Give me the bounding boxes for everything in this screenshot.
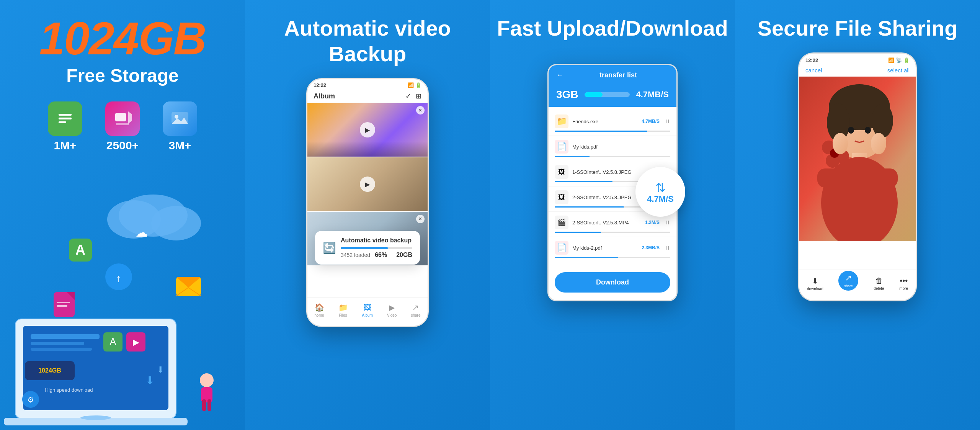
share-tool-icon: ↗: [845, 273, 852, 283]
svg-rect-29: [31, 348, 92, 351]
backup-stats-row: 3452 loaded 66% 20GB: [341, 252, 412, 258]
transfer-item-row: 📄 My kids.pdf: [555, 140, 670, 154]
download-tool-icon: ⬇: [812, 276, 818, 286]
section-backup: Automatic video Backup 12:22 📶 🔋 Album ✓…: [245, 0, 490, 430]
svg-rect-2: [59, 121, 66, 123]
backup-popup: 🔄 Automatic video backup 3452 loaded 66%…: [315, 231, 420, 265]
svg-rect-17: [57, 302, 70, 303]
svg-text:⬇: ⬇: [145, 374, 154, 386]
photo-count: 3M+: [168, 139, 191, 152]
file-speed-1: 4.7MB/S: [642, 119, 660, 124]
icon-item-notes: 1M+: [48, 101, 82, 152]
toolbar-download[interactable]: ⬇ download: [807, 276, 823, 291]
nav-files[interactable]: 📁 Files: [338, 303, 348, 317]
file-name-6: My kids-2.pdf: [572, 245, 638, 251]
file-name-1: Friends.exe: [572, 119, 638, 124]
close-badge-3[interactable]: ✕: [416, 215, 425, 223]
section-storage: 1024GB Free Storage 1M+ 2500+ 3M+: [0, 0, 245, 430]
transfer-size: 3GB: [556, 88, 578, 101]
svg-rect-27: [31, 334, 100, 339]
battery-icon: 🔋: [415, 82, 421, 88]
toolbar-more[interactable]: ••• more: [899, 276, 908, 291]
files-icon: 📁: [338, 303, 348, 312]
nav-home[interactable]: 🏠 home: [315, 303, 324, 317]
svg-rect-0: [59, 114, 72, 116]
nav-files-label: Files: [339, 313, 347, 317]
play-button-1[interactable]: ▶: [360, 122, 375, 137]
delete-tool-icon: 🗑: [875, 276, 883, 285]
svg-point-7: [175, 115, 178, 119]
share-phone-mockup: 12:22 📶 📡 🔋 cancel select all: [798, 52, 917, 301]
file-progress-fill-5: [555, 232, 601, 233]
svg-rect-5: [116, 123, 129, 125]
backup-phone-mockup: 12:22 📶 🔋 Album ✓ ⊞ ▶ ✕ ▶: [306, 78, 429, 327]
file-icon-mp4: 🎬: [555, 216, 568, 229]
svg-rect-3: [115, 113, 126, 121]
transfer-item-row: 📄 My kids-2.pdf 2.3MB/S ⏸: [555, 241, 670, 255]
toolbar-delete[interactable]: 🗑 delete: [874, 276, 884, 291]
file-progress-bar-6: [555, 257, 670, 258]
share-tool-label: share: [844, 284, 853, 288]
svg-rect-18: [57, 305, 67, 307]
battery-share-icon: 🔋: [903, 57, 910, 63]
pause-icon-6[interactable]: ⏸: [665, 245, 670, 251]
video-count: 2500+: [106, 139, 139, 152]
share-nav-icon: ↗: [412, 303, 419, 312]
file-name-5: 2-SSOInterf...V2.5.8.MP4: [572, 220, 641, 226]
album-item-1[interactable]: ▶ ✕: [307, 103, 428, 157]
nav-video[interactable]: ▶ Video: [387, 303, 397, 317]
svg-marker-4: [128, 111, 132, 124]
nav-share[interactable]: ↗ share: [411, 303, 420, 317]
file-progress-fill-4: [555, 206, 624, 208]
cancel-label[interactable]: cancel: [805, 67, 822, 74]
svg-point-64: [865, 127, 871, 134]
file-progress-fill-6: [555, 257, 618, 258]
nav-album[interactable]: 🖼 Album: [362, 303, 373, 317]
icon-item-video: 2500+: [105, 101, 140, 152]
transfer-list-title: transfer list: [568, 71, 669, 79]
svg-text:⬇: ⬇: [157, 365, 164, 374]
play-button-2[interactable]: ▶: [360, 177, 375, 192]
file-progress-bar-1: [555, 131, 670, 132]
back-arrow[interactable]: ←: [556, 71, 563, 79]
select-all-label[interactable]: select all: [887, 67, 910, 74]
pause-icon-1[interactable]: ⏸: [665, 118, 670, 124]
file-name-2: My kids.pdf: [572, 144, 666, 150]
storage-title: 1024GB: [39, 15, 206, 61]
check-icon[interactable]: ✓: [405, 92, 411, 100]
transfer-bar-fill: [585, 92, 603, 97]
transfer-item-row: 🎬 2-SSOInterf...V2.5.8.MP4 1.2M/S ⏸: [555, 216, 670, 229]
file-progress-fill-3: [555, 181, 612, 182]
svg-rect-1: [59, 118, 72, 119]
svg-rect-41: [202, 399, 206, 411]
file-progress-fill-2: [555, 156, 590, 157]
file-icon-pdf: 📄: [555, 140, 568, 154]
file-name-4: 2-SSOInterf...V2.5.8.JPEG: [572, 195, 645, 200]
album-icon: 🖼: [364, 303, 371, 312]
svg-point-11: [151, 206, 201, 240]
filter-icon[interactable]: ⊞: [416, 92, 421, 100]
transfer-item: 📄 My kids-2.pdf 2.3MB/S ⏸: [549, 237, 676, 262]
toolbar-share[interactable]: ↗ share: [838, 271, 858, 291]
video-icon: [105, 101, 140, 136]
wifi-signal-icon: 📡: [896, 57, 902, 63]
download-button[interactable]: Download: [555, 272, 670, 293]
album-item-2[interactable]: ▶: [307, 157, 428, 211]
backup-text-area: Automatic video backup 3452 loaded 66% 2…: [341, 237, 412, 258]
backup-loaded: 3452 loaded: [341, 252, 370, 258]
backup-size: 20GB: [396, 252, 412, 258]
pause-icon-5[interactable]: ⏸: [665, 219, 670, 226]
share-photo: [799, 77, 916, 241]
storage-subtitle: Free Storage: [66, 65, 178, 86]
laptop-illustration: ☁ A ↑ A: [0, 170, 237, 430]
close-badge-1[interactable]: ✕: [416, 106, 425, 114]
svg-point-63: [848, 127, 854, 134]
transfer-progress-row: 3GB 4.7MB/S: [549, 85, 676, 107]
svg-text:A: A: [109, 336, 116, 347]
album-header: Album ✓ ⊞: [307, 90, 428, 103]
file-speed-6: 2.3MB/S: [642, 245, 660, 250]
svg-point-39: [200, 373, 214, 387]
share-toolbar: ⬇ download ↗ share 🗑 delete ••• more: [799, 270, 916, 300]
phone-status-bar: 12:22 📶 🔋: [307, 79, 428, 90]
transfer-item: 📁 Friends.exe 4.7MB/S ⏸: [549, 111, 676, 136]
